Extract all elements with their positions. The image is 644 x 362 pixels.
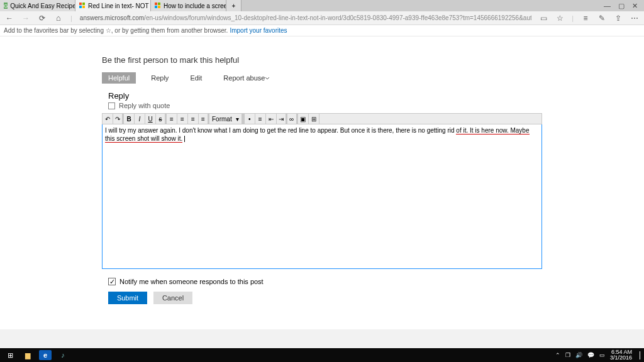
favicon	[79, 3, 86, 9]
home-button[interactable]: ⌂	[54, 14, 63, 23]
svg-rect-7	[158, 6, 160, 8]
system-clock[interactable]: 6:54 AM 3/1/2016	[610, 349, 632, 361]
close-window-button[interactable]: ✕	[632, 2, 638, 10]
reply-tab[interactable]: Reply	[145, 72, 175, 84]
back-button[interactable]: ←	[5, 14, 14, 23]
volume-icon[interactable]: 🔊	[575, 352, 582, 358]
windows-taskbar: ⊞ ▆ e ♪ ⌃ ❐ 🔊 💬 ▭ 6:54 AM 3/1/2016	[0, 348, 644, 362]
new-tab-button[interactable]: +	[226, 0, 242, 11]
italic-button[interactable]: I	[135, 114, 145, 124]
format-dropdown[interactable]: Format▾	[209, 114, 242, 124]
svg-rect-2	[79, 6, 82, 8]
cancel-button[interactable]: Cancel	[153, 292, 192, 304]
browser-tab-1[interactable]: Red Line in text- NOT in ✕	[75, 0, 151, 11]
reply-text-plain: I will try my answer again. I don't know…	[105, 127, 456, 134]
more-icon[interactable]: ⋯	[630, 14, 639, 23]
share-icon[interactable]: ⇪	[614, 14, 623, 23]
notify-checkbox[interactable]: ✓	[108, 278, 116, 285]
show-desktop-button[interactable]	[640, 351, 640, 359]
tray-chevron-icon[interactable]: ⌃	[555, 352, 560, 358]
svg-rect-0	[79, 3, 82, 5]
groove-icon[interactable]: ♪	[57, 350, 69, 360]
file-explorer-icon[interactable]: ▆	[21, 350, 34, 360]
report-abuse-tab[interactable]: Report abuse	[217, 72, 276, 84]
text-cursor	[184, 136, 185, 142]
align-justify-button[interactable]: ≡	[199, 114, 209, 124]
favicon: G	[4, 3, 8, 9]
clock-date: 3/1/2016	[610, 355, 632, 361]
action-buttons: Submit Cancel	[102, 292, 542, 317]
reply-editor: Reply Reply with quote ↶ ↷ B I U s ≡ ≡ ≡…	[102, 87, 542, 269]
svg-rect-6	[155, 6, 157, 8]
helpful-prompt: Be the first person to mark this helpful	[102, 55, 542, 65]
window-controls: — ▢ ✕	[597, 0, 644, 11]
submit-button[interactable]: Submit	[108, 292, 147, 304]
link-button[interactable]: ∞	[287, 114, 298, 124]
indent-button[interactable]: ⇥	[277, 114, 287, 124]
reading-view-icon[interactable]: ▭	[539, 14, 548, 23]
redo-button[interactable]: ↷	[113, 114, 124, 124]
outdent-button[interactable]: ⇤	[266, 114, 277, 124]
underline-button[interactable]: U	[145, 114, 156, 124]
webnote-icon[interactable]: ✎	[597, 14, 606, 23]
url-field[interactable]: answers.microsoft.com/en-us/windows/foru…	[80, 14, 531, 21]
align-right-button[interactable]: ≡	[188, 114, 199, 124]
tab-title: How to include a screensho	[164, 3, 226, 9]
reply-quote-label: Reply with quote	[119, 102, 170, 109]
favorites-info-text: Add to the favorites bar by selecting ☆,…	[4, 27, 228, 34]
svg-rect-1	[82, 3, 85, 5]
align-left-button[interactable]: ≡	[167, 114, 177, 124]
reply-heading: Reply	[102, 87, 542, 102]
image-button[interactable]: ▣	[298, 114, 309, 124]
forward-button[interactable]: →	[21, 14, 30, 23]
reply-quote-checkbox[interactable]	[108, 102, 115, 109]
browser-tab-2[interactable]: How to include a screensho	[151, 0, 226, 11]
import-favorites-link[interactable]: Import your favorites	[230, 27, 287, 34]
edit-tab[interactable]: Edit	[184, 72, 208, 84]
minimize-button[interactable]: —	[604, 2, 611, 9]
editor-toolbar: ↶ ↷ B I U s ≡ ≡ ≡ ≡ Format▾ • ≡ ⇤ ⇥ ∞ ▣ …	[102, 113, 542, 124]
favorite-star-icon[interactable]: ☆	[555, 14, 564, 23]
battery-icon[interactable]: ▭	[599, 352, 605, 358]
svg-rect-4	[155, 3, 157, 5]
tab-title: Quick And Easy Recipes Grc	[10, 3, 75, 9]
html-button[interactable]: ⊞	[309, 114, 319, 124]
refresh-button[interactable]: ⟳	[38, 14, 47, 23]
footer-band	[0, 329, 644, 348]
reply-with-quote-row[interactable]: Reply with quote	[102, 102, 542, 113]
bold-button[interactable]: B	[124, 114, 135, 124]
notify-row[interactable]: ✓ Notify me when someone responds to thi…	[102, 269, 542, 292]
answer-action-row: Helpful Reply Edit Report abuse	[102, 72, 542, 84]
undo-button[interactable]: ↶	[103, 114, 113, 124]
helpful-button[interactable]: Helpful	[102, 72, 136, 84]
bullet-list-button[interactable]: •	[245, 114, 255, 124]
favorites-info-bar: Add to the favorites bar by selecting ☆,…	[0, 25, 644, 36]
svg-rect-3	[82, 6, 85, 8]
svg-rect-5	[158, 3, 160, 5]
hub-icon[interactable]: ≡	[581, 14, 590, 23]
align-center-button[interactable]: ≡	[177, 114, 188, 124]
edge-icon[interactable]: e	[39, 350, 52, 360]
start-button[interactable]: ⊞	[4, 350, 16, 360]
tab-title: Red Line in text- NOT in	[88, 3, 151, 9]
reply-textarea[interactable]: I will try my answer again. I don't know…	[102, 124, 542, 269]
maximize-button[interactable]: ▢	[618, 2, 625, 10]
notify-label: Notify me when someone responds to this …	[119, 278, 264, 285]
page-content: Be the first person to mark this helpful…	[0, 36, 644, 362]
action-center-icon[interactable]: 💬	[587, 352, 594, 358]
browser-tab-0[interactable]: G Quick And Easy Recipes Grc	[0, 0, 75, 11]
toolbar-right: ▭ ☆ | ≡ ✎ ⇪ ⋯	[539, 14, 639, 23]
address-bar: ← → ⟳ ⌂ | answers.microsoft.com/en-us/wi…	[0, 11, 644, 25]
number-list-button[interactable]: ≡	[255, 114, 266, 124]
favicon	[155, 3, 161, 9]
network-icon[interactable]: ❐	[565, 352, 570, 358]
browser-tab-strip: G Quick And Easy Recipes Grc Red Line in…	[0, 0, 644, 11]
strike-button[interactable]: s	[156, 114, 167, 124]
